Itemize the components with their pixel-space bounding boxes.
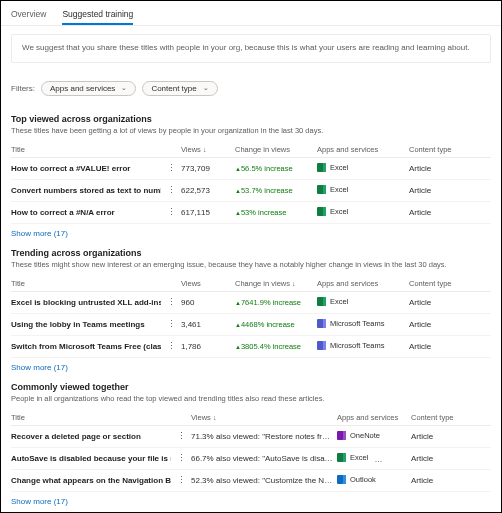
- row-title: Switch from Microsoft Teams Free (classi…: [11, 342, 161, 351]
- table-row[interactable]: Change what appears on the Navigation Ba…: [11, 470, 491, 492]
- tab-overview[interactable]: Overview: [11, 5, 46, 25]
- col-apps[interactable]: Apps and services: [337, 413, 407, 422]
- excel-icon: [317, 207, 326, 216]
- row-also-viewed: 71.3% also viewed: "Restore notes from a…: [191, 432, 333, 441]
- section-title: Trending across organizations: [11, 248, 491, 258]
- table-row[interactable]: AutoSave is disabled because your file i…: [11, 448, 491, 470]
- table-row[interactable]: How to correct a #VALUE! error ⋮ 773,709…: [11, 158, 491, 180]
- app-tag: Excel: [317, 163, 348, 172]
- row-apps: Excel PowerPoint Wo…: [337, 453, 407, 464]
- sort-desc-icon: ↓: [213, 414, 217, 421]
- more-icon[interactable]: ⋮: [165, 341, 177, 351]
- more-icon[interactable]: ⋮: [165, 163, 177, 173]
- row-ctype: Article: [409, 320, 463, 329]
- row-title: AutoSave is disabled because your file i…: [11, 454, 171, 463]
- more-icon[interactable]: ⋮: [165, 207, 177, 217]
- section-subtitle: These titles might show new interest or …: [11, 260, 491, 269]
- app-tag: PowerPoint: [375, 453, 407, 462]
- table-row[interactable]: How to correct a #N/A error ⋮ 617,115 53…: [11, 202, 491, 224]
- row-change: 53.7% increase: [241, 186, 293, 195]
- section-subtitle: People in all organizations who read the…: [11, 394, 491, 403]
- table-row[interactable]: Using the lobby in Teams meetings ⋮ 3,46…: [11, 314, 491, 336]
- row-title: Convert numbers stored as text to number…: [11, 186, 161, 195]
- teams-icon: [317, 319, 326, 328]
- col-apps[interactable]: Apps and services: [317, 145, 405, 154]
- chevron-down-icon: ⌄: [121, 84, 127, 92]
- row-views: 3,461: [181, 320, 231, 329]
- show-more-link[interactable]: Show more (17): [11, 358, 491, 374]
- filter-bar: Filters: Apps and services ⌄ Content typ…: [1, 63, 501, 106]
- col-views[interactable]: Views↓: [181, 145, 231, 154]
- app-tag: Excel: [317, 185, 348, 194]
- app-tag: Excel: [317, 207, 348, 216]
- filter-content-type[interactable]: Content type ⌄: [142, 81, 217, 96]
- filters-label: Filters:: [11, 84, 35, 93]
- row-change: 56.5% increase: [241, 164, 293, 173]
- row-views: 622,573: [181, 186, 231, 195]
- col-apps[interactable]: Apps and services: [317, 279, 405, 288]
- row-views: 773,709: [181, 164, 231, 173]
- outlook-icon: [337, 475, 346, 484]
- more-icon[interactable]: ⋮: [165, 319, 177, 329]
- table-row[interactable]: Convert numbers stored as text to number…: [11, 180, 491, 202]
- col-change[interactable]: Change in views↓: [235, 279, 313, 288]
- more-icon[interactable]: ⋮: [165, 185, 177, 195]
- col-views[interactable]: Views: [181, 279, 231, 288]
- row-views: 960: [181, 298, 231, 307]
- sort-desc-icon: ↓: [292, 280, 296, 287]
- show-more-link[interactable]: Show more (17): [11, 492, 491, 508]
- table-row[interactable]: Switch from Microsoft Teams Free (classi…: [11, 336, 491, 358]
- table-row[interactable]: Excel is blocking untrusted XLL add-ins …: [11, 292, 491, 314]
- col-change[interactable]: Change in views: [235, 145, 313, 154]
- app-tag: Excel: [317, 297, 348, 306]
- row-change: 4468% increase: [241, 320, 295, 329]
- row-ctype: Article: [409, 186, 463, 195]
- row-title: Recover a deleted page or section: [11, 432, 171, 441]
- row-ctype: Article: [411, 476, 459, 485]
- col-viewsp[interactable]: Views↓: [191, 413, 333, 422]
- row-also-viewed: 66.7% also viewed: "AutoSave is disabled…: [191, 454, 333, 463]
- col-ctype[interactable]: Content type: [409, 279, 463, 288]
- row-ctype: Article: [411, 432, 459, 441]
- row-ctype: Article: [409, 298, 463, 307]
- sort-desc-icon: ↓: [203, 146, 207, 153]
- section-subtitle: These titles have been getting a lot of …: [11, 126, 491, 135]
- col-title[interactable]: Title: [11, 413, 171, 422]
- app-tag: Outlook: [337, 475, 376, 484]
- powerpoint-icon: [375, 453, 384, 462]
- chevron-down-icon: ⌄: [203, 84, 209, 92]
- row-title: How to correct a #VALUE! error: [11, 164, 161, 173]
- suggestion-text: We suggest that you share these titles w…: [22, 43, 470, 52]
- section-top-viewed: Top viewed across organizations These ti…: [1, 106, 501, 240]
- filter-ctype-label: Content type: [151, 84, 196, 93]
- suggestion-banner: We suggest that you share these titles w…: [11, 34, 491, 63]
- row-change: 3805.4% increase: [241, 342, 301, 351]
- more-icon[interactable]: ⋮: [175, 453, 187, 463]
- filter-apps-services[interactable]: Apps and services ⌄: [41, 81, 136, 96]
- section-trending: Trending across organizations These titl…: [1, 240, 501, 374]
- col-title[interactable]: Title: [11, 279, 161, 288]
- row-title: How to correct a #N/A error: [11, 208, 161, 217]
- app-tag: Microsoft Teams: [317, 319, 384, 328]
- section-commonly-viewed: Commonly viewed together People in all o…: [1, 374, 501, 508]
- app-tag: Excel: [337, 453, 368, 462]
- more-icon[interactable]: ⋮: [165, 297, 177, 307]
- more-icon[interactable]: ⋮: [175, 431, 187, 441]
- table-row[interactable]: Recover a deleted page or section ⋮ 71.3…: [11, 426, 491, 448]
- more-icon[interactable]: ⋮: [175, 475, 187, 485]
- tab-suggested-training[interactable]: Suggested training: [62, 5, 133, 25]
- col-ctype[interactable]: Content type: [411, 413, 459, 422]
- show-more-link[interactable]: Show more (17): [11, 224, 491, 240]
- row-ctype: Article: [411, 454, 459, 463]
- tabs-bar: Overview Suggested training: [1, 1, 501, 26]
- filter-apps-label: Apps and services: [50, 84, 115, 93]
- row-change: 7641.9% increase: [241, 298, 301, 307]
- col-ctype[interactable]: Content type: [409, 145, 463, 154]
- section-title: Commonly viewed together: [11, 382, 491, 392]
- onenote-icon: [337, 431, 346, 440]
- col-title[interactable]: Title: [11, 145, 161, 154]
- row-title: Excel is blocking untrusted XLL add-ins …: [11, 298, 161, 307]
- row-views: 1,786: [181, 342, 231, 351]
- row-title: Change what appears on the Navigation Ba…: [11, 476, 171, 485]
- table-header: Title Views↓ Apps and services Content t…: [11, 409, 491, 426]
